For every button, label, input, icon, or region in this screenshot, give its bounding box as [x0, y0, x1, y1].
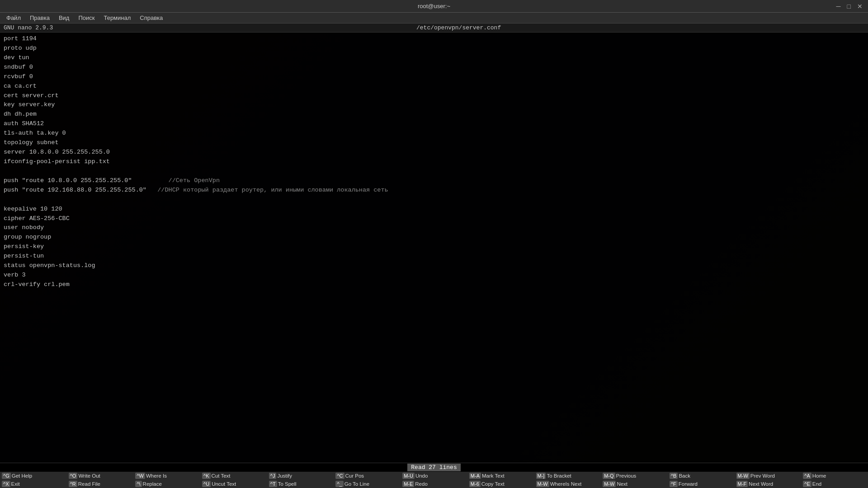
shortcut-item[interactable]: ^KCut Text	[200, 472, 267, 480]
close-button[interactable]: ✕	[855, 3, 864, 10]
nano-version: GNU nano 2.9.3	[4, 24, 53, 31]
shortcut-key: ^C	[335, 473, 344, 479]
shortcut-item[interactable]: ^JJustify	[267, 472, 334, 480]
shortcut-item[interactable]: ^EEnd	[801, 480, 868, 488]
shortcut-key: ^_	[335, 481, 343, 487]
shortcut-label: Cur Pos	[345, 473, 364, 479]
shortcut-label: Go To Line	[344, 481, 369, 487]
terminal-window: root@user:~ ─ □ ✕ Файл Правка Вид Поиск …	[0, 0, 868, 488]
shortcut-label: Replace	[143, 481, 162, 487]
shortcut-key: M-A	[469, 473, 481, 479]
editor-area[interactable]: port 1194 proto udp dev tun sndbuf 0 rcv…	[0, 33, 868, 463]
shortcut-item[interactable]: M-WPrev Word	[735, 472, 802, 480]
shortcut-key: M-W	[736, 473, 750, 479]
shortcut-label: Previous	[616, 473, 637, 479]
shortcut-item[interactable]: M-QPrevious	[601, 472, 668, 480]
shortcut-label: To Bracket	[547, 473, 571, 479]
shortcut-item[interactable]: M-UUndo	[401, 472, 467, 480]
shortcut-key: ^O	[69, 473, 78, 479]
shortcut-row-1: ^GGet Help^OWrite Out^WWhere Is^KCut Tex…	[0, 472, 868, 480]
menu-bar: Файл Правка Вид Поиск Терминал Справка	[0, 13, 868, 23]
status-bar: Read 27 lines	[0, 463, 868, 472]
shortcut-item[interactable]: ^RRead File	[67, 480, 134, 488]
shortcut-key: ^X	[2, 481, 10, 487]
menu-help[interactable]: Справка	[135, 14, 167, 22]
shortcut-item[interactable]: ^\Replace	[133, 480, 200, 488]
menu-view[interactable]: Вид	[54, 14, 74, 22]
shortcut-label: Get Help	[12, 473, 32, 479]
menu-edit[interactable]: Правка	[25, 14, 54, 22]
menu-file[interactable]: Файл	[2, 14, 25, 22]
shortcut-key: ^F	[670, 481, 678, 487]
shortcut-key: ^\	[135, 481, 142, 487]
shortcut-label: Home	[812, 473, 826, 479]
shortcut-item[interactable]: M-6Copy Text	[467, 480, 534, 488]
shortcut-item[interactable]: ^_Go To Line	[334, 480, 401, 488]
shortcut-key: ^U	[202, 481, 211, 487]
shortcut-key: ^E	[803, 481, 811, 487]
menu-terminal[interactable]: Терминал	[99, 14, 135, 22]
shortcut-item[interactable]: ^XExit	[0, 480, 67, 488]
shortcut-item[interactable]: M-WNext	[601, 480, 668, 488]
shortcut-label: Cut Text	[212, 473, 231, 479]
shortcut-item[interactable]: M-]To Bracket	[534, 472, 601, 480]
maximize-button[interactable]: □	[845, 3, 853, 10]
shortcut-item[interactable]: ^CCur Pos	[334, 472, 401, 480]
shortcut-key: ^T	[269, 481, 277, 487]
window-title: root@user:~	[418, 3, 450, 9]
shortcut-key: ^A	[803, 473, 811, 479]
shortcut-key: M-Q	[603, 473, 615, 479]
shortcut-item[interactable]: M-ERedo	[401, 480, 467, 488]
shortcut-item[interactable]: ^TTo Spell	[267, 480, 334, 488]
shortcut-key: M-E	[402, 481, 414, 487]
shortcut-key: ^W	[135, 473, 145, 479]
shortcut-item[interactable]: ^FForward	[668, 480, 735, 488]
shortcut-key: M-W	[536, 481, 549, 487]
shortcut-label: WhereIs Next	[550, 481, 582, 487]
shortcut-item[interactable]: M-FNext Word	[735, 480, 802, 488]
shortcut-label: Justify	[277, 473, 292, 479]
shortcut-key: M-]	[536, 473, 546, 479]
shortcut-key: M-W	[603, 481, 616, 487]
shortcut-key: ^K	[202, 473, 211, 479]
shortcut-label: Mark Text	[482, 473, 505, 479]
minimize-button[interactable]: ─	[835, 3, 843, 10]
nano-filename: /etc/openvpn/server.conf	[416, 24, 501, 31]
shortcut-label: Next Word	[749, 481, 773, 487]
shortcut-key: ^J	[269, 473, 277, 479]
shortcut-label: Back	[679, 473, 690, 479]
shortcut-label: End	[812, 481, 821, 487]
shortcut-label: Where Is	[146, 473, 167, 479]
shortcut-item[interactable]: ^OWrite Out	[67, 472, 134, 480]
shortcut-key: ^B	[670, 473, 678, 479]
shortcut-label: Write Out	[78, 473, 100, 479]
shortcut-bar: ^GGet Help^OWrite Out^WWhere Is^KCut Tex…	[0, 472, 868, 488]
shortcut-label: Undo	[415, 473, 428, 479]
shortcut-key: M-U	[402, 473, 415, 479]
title-bar: root@user:~ ─ □ ✕	[0, 0, 868, 13]
shortcut-label: To Spell	[278, 481, 297, 487]
shortcut-label: Redo	[415, 481, 428, 487]
shortcut-item[interactable]: ^GGet Help	[0, 472, 67, 480]
status-message: Read 27 lines	[407, 464, 460, 471]
shortcut-key: M-F	[736, 481, 748, 487]
shortcut-key: ^R	[69, 481, 77, 487]
shortcut-item[interactable]: M-AMark Text	[467, 472, 534, 480]
shortcut-key: M-6	[469, 481, 481, 487]
shortcut-item[interactable]: ^WWhere Is	[133, 472, 200, 480]
menu-search[interactable]: Поиск	[74, 14, 99, 22]
shortcut-label: Read File	[78, 481, 100, 487]
shortcut-item[interactable]: M-WWhereIs Next	[534, 480, 601, 488]
shortcut-item[interactable]: ^AHome	[801, 472, 868, 480]
nano-header: GNU nano 2.9.3 /etc/openvpn/server.conf	[0, 23, 868, 33]
shortcut-label: Exit	[11, 481, 20, 487]
shortcut-label: Next	[617, 481, 627, 487]
window-controls: ─ □ ✕	[835, 3, 864, 10]
shortcut-key: ^G	[2, 473, 11, 479]
shortcut-item[interactable]: ^UUncut Text	[200, 480, 267, 488]
shortcut-label: Forward	[679, 481, 698, 487]
shortcut-item[interactable]: ^BBack	[668, 472, 735, 480]
shortcut-label: Uncut Text	[212, 481, 236, 487]
shortcut-label: Prev Word	[750, 473, 775, 479]
shortcut-row-2: ^XExit^RRead File^\Replace^UUncut Text^T…	[0, 480, 868, 488]
